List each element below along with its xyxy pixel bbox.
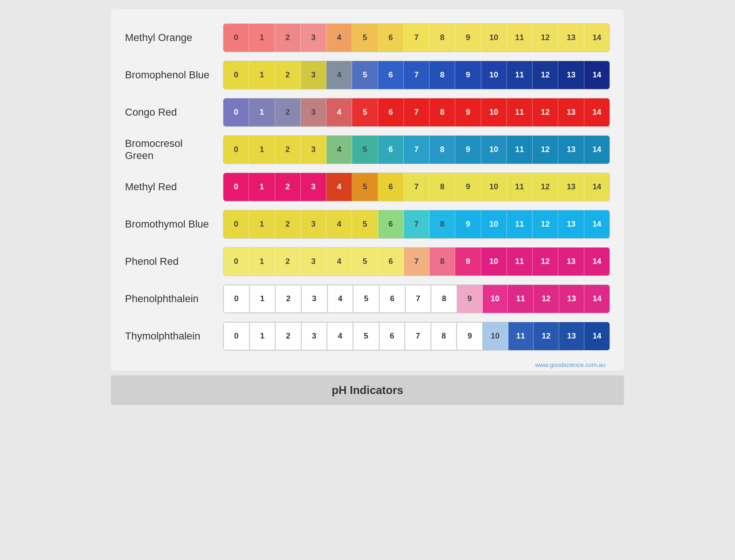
ph-cell: 14 xyxy=(584,285,610,313)
ph-cell: 11 xyxy=(507,61,533,89)
ph-cell: 6 xyxy=(378,248,404,276)
indicator-row: Bromophenol Blue01234567891011121314 xyxy=(125,61,610,90)
ph-cell: 8 xyxy=(431,285,457,313)
ph-cell: 5 xyxy=(352,210,378,238)
ph-cell: 2 xyxy=(275,136,301,164)
color-strip: 01234567891011121314 xyxy=(223,135,610,164)
ph-cell: 2 xyxy=(275,173,301,201)
color-strip: 01234567891011121314 xyxy=(223,61,610,90)
ph-cell: 8 xyxy=(430,98,455,126)
ph-cell: 1 xyxy=(249,210,275,238)
ph-cell: 8 xyxy=(430,136,455,164)
indicator-row: Bromothymol Blue01234567891011121314 xyxy=(125,210,610,239)
ph-cell: 3 xyxy=(301,322,327,350)
ph-cell: 1 xyxy=(249,136,275,164)
ph-cell: 7 xyxy=(405,322,431,350)
ph-cell: 7 xyxy=(404,173,430,201)
ph-cell: 0 xyxy=(223,98,249,126)
ph-cell: 10 xyxy=(481,210,507,238)
ph-cell: 10 xyxy=(481,98,507,126)
color-strip: 01234567891011121314 xyxy=(223,23,610,52)
ph-cell: 7 xyxy=(404,61,430,89)
ph-cell: 2 xyxy=(275,322,301,350)
main-container: Methyl Orange01234567891011121314Bromoph… xyxy=(111,9,624,371)
ph-cell: 4 xyxy=(327,285,354,313)
ph-cell: 3 xyxy=(301,24,326,52)
ph-cell: 5 xyxy=(352,173,378,201)
ph-cell: 11 xyxy=(507,173,533,201)
ph-cell: 10 xyxy=(483,322,508,350)
ph-cell: 6 xyxy=(378,98,404,126)
ph-cell: 0 xyxy=(223,173,249,201)
ph-cell: 2 xyxy=(275,98,301,126)
ph-cell: 10 xyxy=(481,173,507,201)
ph-cell: 6 xyxy=(378,61,404,89)
indicator-name: Bromophenol Blue xyxy=(125,69,223,81)
ph-cell: 13 xyxy=(558,173,584,201)
ph-cell: 12 xyxy=(533,210,558,238)
ph-cell: 9 xyxy=(455,98,481,126)
ph-cell: 12 xyxy=(533,61,558,89)
ph-cell: 10 xyxy=(483,285,508,313)
ph-cell: 8 xyxy=(431,322,457,350)
indicators-container: Methyl Orange01234567891011121314Bromoph… xyxy=(125,23,610,351)
ph-cell: 3 xyxy=(301,98,326,126)
ph-cell: 12 xyxy=(534,322,559,350)
footer: pH Indicators xyxy=(111,375,624,405)
ph-cell: 0 xyxy=(223,210,249,238)
ph-cell: 12 xyxy=(533,248,558,276)
ph-cell: 5 xyxy=(352,61,378,89)
ph-cell: 3 xyxy=(301,173,326,201)
indicator-row: Congo Red01234567891011121314 xyxy=(125,98,610,127)
color-strip: 01234567891011121314 xyxy=(223,247,610,276)
ph-cell: 3 xyxy=(301,285,327,313)
ph-cell: 1 xyxy=(249,248,275,276)
indicator-row: Methyl Red01234567891011121314 xyxy=(125,173,610,201)
indicator-row: Bromocresol Green01234567891011121314 xyxy=(125,135,610,164)
indicator-name: Congo Red xyxy=(125,106,223,118)
ph-cell: 7 xyxy=(404,248,430,276)
ph-cell: 12 xyxy=(534,285,559,313)
color-strip: 01234567891011121314 xyxy=(223,98,610,127)
ph-cell: 9 xyxy=(457,285,483,313)
ph-cell: 13 xyxy=(558,98,584,126)
ph-cell: 12 xyxy=(533,136,558,164)
ph-cell: 14 xyxy=(584,322,610,350)
ph-cell: 1 xyxy=(249,24,275,52)
ph-cell: 14 xyxy=(584,24,610,52)
ph-cell: 8 xyxy=(430,173,455,201)
indicator-row: Phenol Red01234567891011121314 xyxy=(125,247,610,276)
ph-cell: 9 xyxy=(455,136,481,164)
ph-cell: 0 xyxy=(223,24,249,52)
ph-cell: 11 xyxy=(507,210,533,238)
ph-cell: 2 xyxy=(275,248,301,276)
ph-cell: 9 xyxy=(455,248,481,276)
ph-cell: 0 xyxy=(223,248,249,276)
ph-cell: 14 xyxy=(584,173,610,201)
indicator-name: Methyl Orange xyxy=(125,32,223,44)
ph-cell: 3 xyxy=(301,61,326,89)
ph-cell: 2 xyxy=(275,285,301,313)
ph-cell: 13 xyxy=(558,61,584,89)
ph-cell: 6 xyxy=(379,285,405,313)
ph-cell: 14 xyxy=(584,248,610,276)
ph-cell: 10 xyxy=(481,136,507,164)
indicator-row: Thymolphthalein01234567891011121314 xyxy=(125,322,610,351)
ph-cell: 9 xyxy=(455,24,481,52)
ph-cell: 9 xyxy=(455,210,481,238)
ph-cell: 13 xyxy=(559,285,585,313)
ph-cell: 11 xyxy=(508,285,534,313)
ph-cell: 9 xyxy=(455,61,481,89)
ph-cell: 6 xyxy=(379,322,405,350)
indicator-name: Thymolphthalein xyxy=(125,330,223,342)
ph-cell: 6 xyxy=(378,210,404,238)
ph-cell: 3 xyxy=(301,210,326,238)
ph-cell: 7 xyxy=(405,285,431,313)
ph-cell: 14 xyxy=(584,210,610,238)
ph-cell: 7 xyxy=(404,24,430,52)
ph-cell: 4 xyxy=(326,248,352,276)
ph-cell: 4 xyxy=(327,322,353,350)
ph-cell: 13 xyxy=(559,322,585,350)
ph-cell: 11 xyxy=(507,24,533,52)
ph-cell: 3 xyxy=(301,136,326,164)
